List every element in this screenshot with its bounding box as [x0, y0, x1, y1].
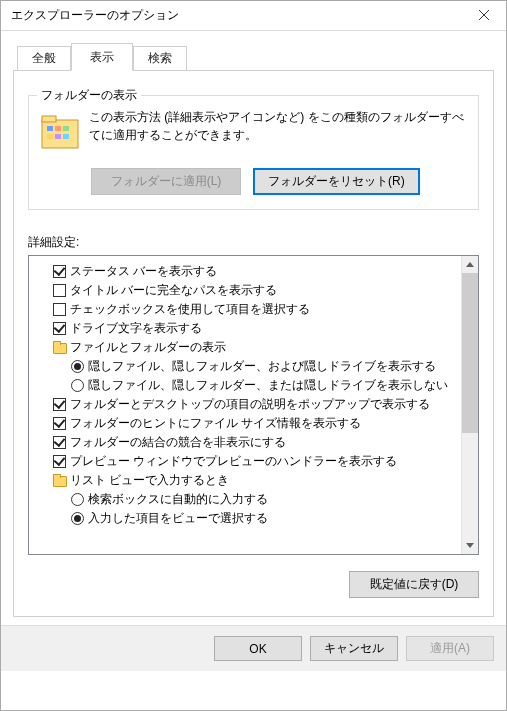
- checkbox-icon: [53, 303, 66, 316]
- svg-rect-3: [42, 116, 56, 122]
- tree-item[interactable]: フォルダーの結合の競合を非表示にする: [35, 433, 455, 452]
- scrollbar-thumb[interactable]: [462, 273, 478, 433]
- apply-to-folders-button: フォルダーに適用(L): [91, 168, 241, 195]
- content-area: 全般 表示 検索 フォルダーの表示: [1, 31, 506, 625]
- chevron-up-icon: [466, 262, 474, 267]
- checkbox-icon: [53, 455, 66, 468]
- tree-item[interactable]: チェックボックスを使用して項目を選択する: [35, 300, 455, 319]
- radio-icon: [71, 493, 84, 506]
- svg-rect-6: [63, 126, 69, 131]
- tree-item-label: フォルダーとデスクトップの項目の説明をポップアップで表示する: [70, 396, 430, 413]
- tree-item-label: チェックボックスを使用して項目を選択する: [70, 301, 310, 318]
- advanced-settings-tree[interactable]: ステータス バーを表示するタイトル バーに完全なパスを表示するチェックボックスを…: [28, 255, 479, 555]
- restore-defaults-button[interactable]: 既定値に戻す(D): [349, 571, 479, 598]
- close-icon: [479, 10, 489, 20]
- radio-icon: [71, 379, 84, 392]
- tree-item-label: 隠しファイル、隠しフォルダー、および隠しドライブを表示する: [88, 358, 436, 375]
- tree-item-label: 隠しファイル、隠しフォルダー、または隠しドライブを表示しない: [88, 377, 448, 394]
- checkbox-icon: [53, 417, 66, 430]
- svg-rect-8: [55, 134, 61, 139]
- folder-views-group: フォルダーの表示 この表示方法 (詳細表示やアイコンなど) をこの種類のフォルダ…: [28, 95, 479, 210]
- ok-button[interactable]: OK: [214, 636, 302, 661]
- radio-icon: [71, 512, 84, 525]
- tab-view[interactable]: 表示: [71, 43, 133, 71]
- tab-bar: 全般 表示 検索: [17, 43, 494, 70]
- svg-rect-7: [47, 134, 53, 139]
- tree-item[interactable]: フォルダーのヒントにファイル サイズ情報を表示する: [35, 414, 455, 433]
- checkbox-icon: [53, 322, 66, 335]
- tree-item[interactable]: リスト ビューで入力するとき: [35, 471, 455, 490]
- tab-panel-view: フォルダーの表示 この表示方法 (詳細表示やアイコンなど) をこの種類のフォルダ…: [13, 70, 494, 617]
- tree-item[interactable]: 入力した項目をビューで選択する: [35, 509, 455, 528]
- advanced-settings-label: 詳細設定:: [28, 234, 479, 251]
- chevron-down-icon: [466, 543, 474, 548]
- tree-item[interactable]: ドライブ文字を表示する: [35, 319, 455, 338]
- tree-item[interactable]: 検索ボックスに自動的に入力する: [35, 490, 455, 509]
- tree-item-label: リスト ビューで入力するとき: [70, 472, 229, 489]
- tree-item-label: プレビュー ウィンドウでプレビューのハンドラーを表示する: [70, 453, 397, 470]
- folder-views-icon: [39, 110, 81, 152]
- tree-item-label: フォルダーのヒントにファイル サイズ情報を表示する: [70, 415, 361, 432]
- tree-item[interactable]: ステータス バーを表示する: [35, 262, 455, 281]
- tree-item[interactable]: ファイルとフォルダーの表示: [35, 338, 455, 357]
- tree-item-label: 入力した項目をビューで選択する: [88, 510, 268, 527]
- svg-rect-5: [55, 126, 61, 131]
- tree-item[interactable]: フォルダーとデスクトップの項目の説明をポップアップで表示する: [35, 395, 455, 414]
- folder-icon: [53, 474, 66, 487]
- tab-search[interactable]: 検索: [133, 46, 187, 70]
- checkbox-icon: [53, 398, 66, 411]
- radio-icon: [71, 360, 84, 373]
- tree-item[interactable]: プレビュー ウィンドウでプレビューのハンドラーを表示する: [35, 452, 455, 471]
- tree-item[interactable]: 隠しファイル、隠しフォルダー、または隠しドライブを表示しない: [35, 376, 455, 395]
- tree-item-label: ファイルとフォルダーの表示: [70, 339, 226, 356]
- tree-item-label: タイトル バーに完全なパスを表示する: [70, 282, 277, 299]
- tree-item-label: ドライブ文字を表示する: [70, 320, 202, 337]
- folder-views-description: この表示方法 (詳細表示やアイコンなど) をこの種類のフォルダーすべてに適用する…: [89, 108, 468, 144]
- dialog-button-bar: OK キャンセル 適用(A): [1, 625, 506, 671]
- cancel-button[interactable]: キャンセル: [310, 636, 398, 661]
- vertical-scrollbar[interactable]: [461, 256, 478, 554]
- checkbox-icon: [53, 284, 66, 297]
- scroll-down-button[interactable]: [462, 537, 478, 554]
- scroll-up-button[interactable]: [462, 256, 478, 273]
- tree-item-label: 検索ボックスに自動的に入力する: [88, 491, 268, 508]
- titlebar: エクスプローラーのオプション: [1, 1, 506, 31]
- svg-rect-4: [47, 126, 53, 131]
- tree-item[interactable]: タイトル バーに完全なパスを表示する: [35, 281, 455, 300]
- checkbox-icon: [53, 436, 66, 449]
- tree-item-label: フォルダーの結合の競合を非表示にする: [70, 434, 286, 451]
- tree-item[interactable]: 隠しファイル、隠しフォルダー、および隠しドライブを表示する: [35, 357, 455, 376]
- tab-general[interactable]: 全般: [17, 46, 71, 70]
- folder-views-legend: フォルダーの表示: [37, 87, 141, 104]
- close-button[interactable]: [461, 1, 506, 31]
- checkbox-icon: [53, 265, 66, 278]
- apply-button: 適用(A): [406, 636, 494, 661]
- svg-rect-9: [63, 134, 69, 139]
- window-title: エクスプローラーのオプション: [11, 7, 179, 24]
- reset-folders-button[interactable]: フォルダーをリセット(R): [253, 168, 420, 195]
- tree-item-label: ステータス バーを表示する: [70, 263, 217, 280]
- folder-icon: [53, 341, 66, 354]
